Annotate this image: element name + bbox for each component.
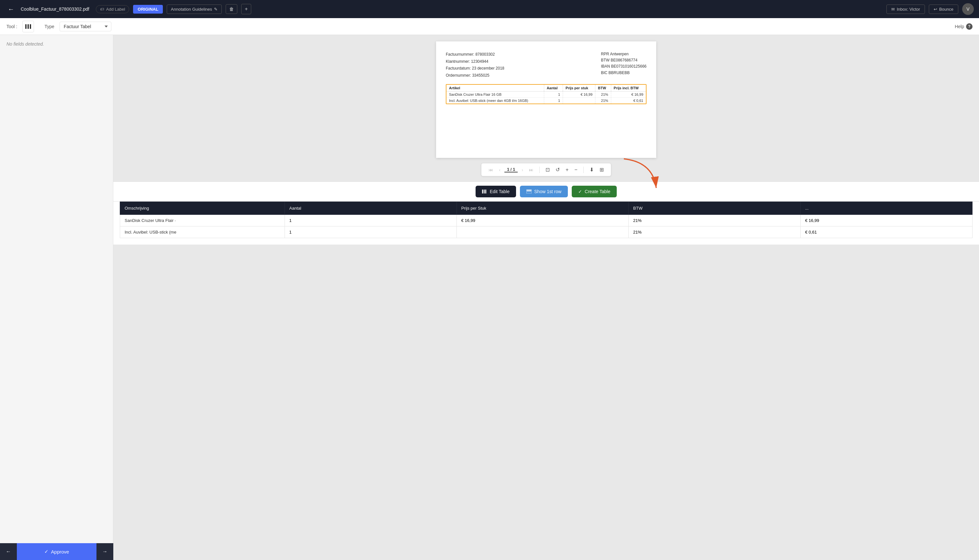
pdf-table: Artikel Aantal Prijs per stuk BTW Prijs … — [446, 85, 646, 103]
row1-omschrijving: SanDisk Cruzer Ultra Flair · — [120, 215, 285, 227]
first-page-button[interactable]: ⏮ — [486, 167, 495, 173]
pdf-row1-btw: 21% — [595, 92, 611, 98]
inbox-button[interactable]: ✉ Inbox: Victor — [886, 5, 925, 14]
row2-btw — [628, 227, 800, 238]
pdf-col-artikel: Artikel — [446, 85, 544, 92]
inbox-icon: ✉ — [891, 7, 895, 12]
page-navigation: ⏮ ‹ 1 / 1 › ⏭ ⊡ ↺ + − ⬇ ⊞ — [481, 163, 611, 176]
bounce-button[interactable]: ↩ Bounce — [929, 5, 958, 14]
next-page-button[interactable]: › — [520, 167, 525, 173]
type-select[interactable]: Factuur Tabel Andere — [60, 22, 111, 32]
row2-aantal-input[interactable] — [289, 230, 452, 235]
svg-rect-2 — [30, 24, 31, 29]
pdf-bic: BIC BBRUBEBB — [601, 70, 647, 76]
bounce-label: Bounce — [939, 7, 954, 12]
row1-prijs-input[interactable] — [461, 218, 624, 223]
edit-table-icon — [482, 190, 487, 193]
pdf-iban: IBAN BE07310160125666 — [601, 63, 647, 70]
svg-rect-4 — [482, 190, 483, 193]
row1-btw — [628, 215, 800, 227]
svg-rect-0 — [25, 24, 27, 29]
create-table-button[interactable]: ✓ Create Table — [572, 186, 617, 197]
last-page-button[interactable]: ⏭ — [527, 167, 535, 173]
pdf-col-btw: BTW — [595, 85, 611, 92]
row1-extra — [800, 215, 972, 227]
data-table-wrapper: Omschrijving Aantal Prijs per Stuk BTW .… — [113, 202, 979, 245]
approve-label: Approve — [51, 549, 69, 555]
annotation-label: Annotation Guidelines — [171, 7, 212, 12]
image-button[interactable]: ⊞ — [598, 166, 606, 173]
pdf-row2-artikel: Incl. Auvibel: USB-stick (meer dan 4GB t… — [446, 98, 544, 104]
bounce-icon: ↩ — [934, 7, 937, 12]
add-label-button[interactable]: 🏷 Add Label — [96, 5, 130, 13]
zoom-out-button[interactable]: − — [572, 166, 579, 173]
show-row-icon — [526, 190, 531, 193]
expand-button[interactable]: ⊡ — [543, 166, 552, 173]
pdf-row1-incl: € 16,99 — [611, 92, 646, 98]
avatar: V — [962, 3, 974, 15]
pdf-col-incl: Prijs incl. BTW — [611, 85, 646, 92]
data-table: Omschrijving Aantal Prijs per Stuk BTW .… — [120, 202, 972, 238]
type-label: Type — [44, 24, 54, 29]
help-label: Help — [955, 24, 964, 29]
edit-icon: ✎ — [214, 7, 217, 12]
row1-prijs — [456, 215, 628, 227]
pdf-row2-aantal: 1 — [544, 98, 563, 104]
approve-button[interactable]: ✓ Approve — [17, 543, 97, 560]
pdf-rpr: RPR Antwerpen — [601, 51, 647, 57]
svg-rect-8 — [526, 192, 531, 193]
col-btw: BTW — [628, 202, 800, 215]
left-sidebar: No fields detected. — [0, 35, 113, 560]
row2-extra-input[interactable] — [805, 230, 968, 235]
pdf-row1-prijs: € 16,99 — [563, 92, 595, 98]
nav-divider-2 — [583, 167, 584, 173]
svg-rect-5 — [484, 190, 484, 193]
refresh-button[interactable]: ↺ — [554, 166, 562, 173]
grid-tool-icon[interactable] — [22, 21, 34, 32]
pdf-row2-incl: € 0,61 — [611, 98, 646, 104]
row2-prijs — [456, 227, 628, 238]
nav-back-button[interactable]: ← — [5, 4, 17, 14]
edit-table-button[interactable]: Edit Table — [476, 186, 516, 197]
col-extra: ... — [800, 202, 972, 215]
row1-btw-input[interactable] — [633, 218, 796, 223]
original-button[interactable]: ORIGINAL — [133, 5, 163, 13]
row2-aantal — [284, 227, 456, 238]
table-row: SanDisk Cruzer Ultra Flair · — [120, 215, 972, 227]
trash-button[interactable]: 🗑 — [226, 4, 237, 14]
download-button[interactable]: ⬇ — [588, 166, 596, 173]
pdf-row2-prijs — [563, 98, 595, 104]
toolbar: Tool : Type Factuur Tabel Andere Help ? — [0, 18, 979, 35]
no-fields-text: No fields detected. — [7, 42, 44, 47]
row2-omschrijving: Incl. Auvibel: USB-stick (me — [120, 227, 285, 238]
zoom-in-button[interactable]: + — [564, 166, 570, 173]
svg-rect-1 — [28, 24, 29, 29]
row1-extra-input[interactable] — [805, 218, 968, 223]
approve-back-button[interactable]: ← — [0, 543, 17, 560]
tag-icon: 🏷 — [100, 7, 104, 12]
row1-aantal — [284, 215, 456, 227]
tool-label: Tool : — [7, 24, 17, 29]
add-label-text: Add Label — [106, 7, 125, 12]
row1-aantal-input[interactable] — [289, 218, 452, 223]
prev-page-button[interactable]: ‹ — [497, 167, 503, 173]
pdf-top-right: RPR Antwerpen BTW BE0867686774 IBAN BE07… — [601, 51, 647, 76]
doc-content-area: RPR Antwerpen BTW BE0867686774 IBAN BE07… — [113, 35, 979, 560]
row2-btw-input[interactable] — [633, 230, 796, 235]
annotation-guidelines-button[interactable]: Annotation Guidelines ✎ — [167, 5, 222, 14]
row2-extra — [800, 227, 972, 238]
help-circle-icon: ? — [966, 23, 972, 30]
approve-next-button[interactable]: → — [97, 543, 113, 560]
help-button[interactable]: Help ? — [955, 23, 972, 30]
pdf-row1-artikel: SanDisk Cruzer Ultra Flair 16 GB — [446, 92, 544, 98]
show-first-row-button[interactable]: Show 1st row — [520, 186, 568, 197]
pdf-btw: BTW BE0867686774 — [601, 57, 647, 63]
pdf-row-2: Incl. Auvibel: USB-stick (meer dan 4GB t… — [446, 98, 646, 104]
col-aantal: Aantal — [284, 202, 456, 215]
svg-rect-7 — [526, 190, 531, 191]
pdf-col-aantal: Aantal — [544, 85, 563, 92]
inbox-label: Inbox: Victor — [897, 7, 920, 12]
row2-prijs-input[interactable] — [461, 230, 624, 235]
plus-button[interactable]: + — [241, 4, 251, 14]
table-row: Incl. Auvibel: USB-stick (me — [120, 227, 972, 238]
